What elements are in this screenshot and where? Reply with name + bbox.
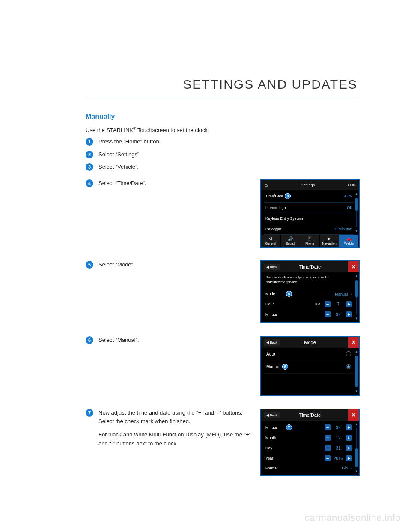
tab-vehicle[interactable]: 🚗Vehicle	[339, 235, 359, 247]
minute-minus-button[interactable]: −	[325, 311, 331, 317]
adj-month-value: 12	[333, 436, 343, 440]
step-1-text: Press the “Home” button.	[98, 137, 161, 146]
gear-icon: ⚙	[261, 237, 280, 241]
row-interior-light[interactable]: Interior Light Off	[264, 203, 354, 213]
adj-minute-plus-button[interactable]: +	[346, 424, 352, 430]
timedate-scrollbar[interactable]: ▲ ▼	[355, 274, 358, 320]
timedate-screen: ◀ Back Time/Date ✕ Set the clock manuall…	[260, 260, 360, 323]
back-button[interactable]: ◀ Back	[264, 339, 280, 346]
tab-general[interactable]: ⚙General	[261, 235, 281, 247]
row-keyless[interactable]: Keyless Entry System	[264, 213, 354, 224]
row-time-date-value: Auto	[344, 194, 352, 198]
row-defogger-label: Defogger	[265, 227, 281, 231]
car-icon: 🚗	[339, 237, 358, 241]
tab-phone-label: Phone	[305, 242, 314, 245]
row-time-date[interactable]: Time/Date 4 Auto	[264, 190, 354, 203]
timedate-hint: Set the clock manually or auto sync with…	[264, 272, 354, 289]
tab-vehicle-label: Vehicle	[344, 242, 354, 245]
minute-plus-button[interactable]: +	[346, 311, 352, 317]
sxm-label: sxm	[348, 183, 355, 187]
tab-sound[interactable]: 🔊Sound	[281, 235, 301, 247]
adj-minute-label: Minute	[265, 425, 284, 430]
step-5: 5 Select “Mode”.	[86, 260, 252, 269]
adj-month-plus-button[interactable]: +	[346, 435, 352, 441]
adj-month-row: Month − 12 +	[264, 433, 354, 443]
minute-label: Minute	[265, 312, 284, 317]
hour-label: Hour	[265, 302, 284, 306]
adj-year-label: Year	[265, 456, 284, 460]
hour-plus-button[interactable]: +	[346, 301, 352, 307]
close-button[interactable]: ✕	[348, 409, 359, 421]
scroll-up-icon[interactable]: ▲	[355, 192, 358, 196]
adj-minute-row: Minute 7 − 32 +	[264, 422, 354, 433]
back-label: Back	[270, 413, 277, 417]
adj-minute-minus-button[interactable]: −	[325, 424, 331, 430]
timedate-title: Time/Date	[299, 264, 321, 269]
tab-navigation[interactable]: ➤Navigation	[320, 235, 340, 247]
scroll-down-icon[interactable]: ▼	[355, 389, 358, 393]
timedate-header: ◀ Back Time/Date ✕	[261, 261, 359, 272]
radio-auto[interactable]	[346, 351, 351, 356]
settings-title: Settings	[301, 183, 315, 187]
step-4: 4 Select “Time/Date”.	[86, 179, 252, 188]
format-row[interactable]: Format 12h ›	[264, 463, 354, 472]
scroll-down-icon[interactable]: ▼	[355, 229, 358, 233]
scroll-down-icon[interactable]: ▼	[355, 317, 358, 320]
timedate-adjust-screen: ◀ Back Time/Date ✕ Minute 7 − 32 +	[260, 409, 360, 476]
adj-month-minus-button[interactable]: −	[325, 435, 331, 441]
adj-month-label: Month	[265, 436, 284, 440]
scroll-up-icon[interactable]: ▲	[355, 274, 358, 278]
step-2-text: Select “Settings”.	[98, 150, 141, 159]
adj-day-value: 31	[333, 446, 343, 451]
mode-value: Manual	[335, 292, 348, 296]
title-rule	[86, 97, 360, 97]
row-defogger-value: 15 Minutes	[333, 227, 352, 231]
settings-header: ⌂ Settings sxm	[261, 180, 359, 190]
home-icon[interactable]: ⌂	[265, 182, 268, 188]
close-button[interactable]: ✕	[348, 337, 359, 348]
step-4-badge: 4	[86, 179, 93, 187]
mode-scrollbar[interactable]: ▲ ▼	[355, 350, 358, 393]
mode-row[interactable]: Mode 5 Manual ›	[264, 289, 354, 299]
callout-5: 5	[286, 291, 292, 297]
step-7-badge: 7	[86, 409, 93, 417]
tab-phone[interactable]: 📱Phone	[300, 235, 320, 247]
step-5-row: 5 Select “Mode”. ◀ Back Time/Date ✕ Set …	[86, 260, 360, 323]
back-button[interactable]: ◀ Back	[264, 264, 280, 270]
radio-manual[interactable]	[346, 364, 351, 369]
step-2: 2 Select “Settings”.	[86, 150, 360, 159]
scroll-up-icon[interactable]: ▲	[355, 422, 358, 426]
tab-navigation-label: Navigation	[322, 242, 337, 245]
hour-minus-button[interactable]: −	[325, 301, 331, 307]
adj-minute-value: 32	[333, 425, 343, 430]
option-manual[interactable]: Manual 6	[264, 360, 354, 374]
step-7-text: Now adjust the time and date using the “…	[98, 409, 252, 425]
option-manual-label: Manual	[266, 365, 280, 369]
adjust-scrollbar[interactable]: ▲ ▼	[355, 422, 358, 473]
close-button[interactable]: ✕	[348, 261, 359, 272]
back-button[interactable]: ◀ Back	[264, 412, 280, 418]
option-auto[interactable]: Auto	[264, 348, 354, 360]
adj-day-plus-button[interactable]: +	[346, 445, 352, 451]
hour-value: 7	[333, 302, 343, 307]
reg-mark: ®	[133, 126, 136, 131]
step-6-row: 6 Select “Manual”. ◀ Back Mode ✕ Auto Ma…	[86, 336, 360, 396]
adj-year-value: 2016	[333, 456, 343, 461]
adj-year-minus-button[interactable]: −	[325, 455, 331, 461]
callout-6: 6	[282, 364, 288, 370]
intro-before: Use the STARLINK	[86, 127, 133, 133]
settings-scrollbar[interactable]: ▲ ▼	[355, 192, 358, 233]
section-heading: Manually	[86, 113, 360, 120]
back-label: Back	[270, 265, 277, 269]
scroll-up-icon[interactable]: ▲	[355, 350, 358, 353]
row-defogger[interactable]: Defogger 15 Minutes	[264, 224, 354, 235]
row-interior-light-value: Off	[347, 206, 352, 210]
step-6: 6 Select “Manual”.	[86, 336, 252, 344]
adj-year-plus-button[interactable]: +	[346, 455, 352, 461]
step-6-badge: 6	[86, 336, 93, 344]
adj-day-minus-button[interactable]: −	[325, 445, 331, 451]
chevron-right-icon: ›	[351, 292, 352, 296]
page-title: SETTINGS AND UPDATES	[86, 77, 360, 92]
settings-screen: ⌂ Settings sxm Time/Date 4 Auto Interior…	[260, 179, 360, 248]
minute-value: 32	[333, 312, 343, 317]
